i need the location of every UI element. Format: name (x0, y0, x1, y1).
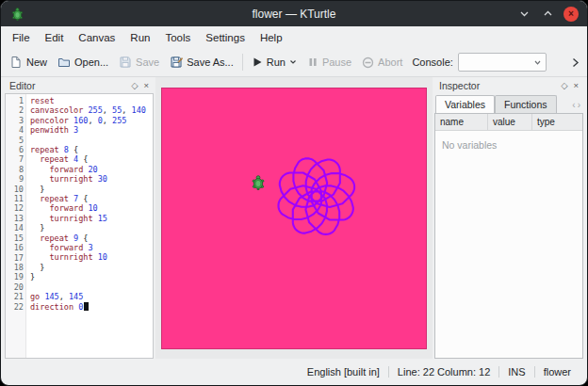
minimize-button[interactable] (516, 7, 531, 22)
maximize-button[interactable] (540, 7, 555, 22)
menu-edit[interactable]: Edit (38, 29, 72, 46)
menu-file[interactable]: File (5, 29, 38, 46)
line-number-gutter: 12345678910111213141516171819202122 (6, 94, 26, 358)
tab-variables[interactable]: Variables (435, 95, 495, 113)
close-button[interactable]: × (564, 7, 579, 22)
code-line[interactable]: penwidth 3 (30, 125, 153, 135)
column-header-value[interactable]: value (488, 114, 532, 130)
save-icon (119, 56, 132, 69)
tab-scroll-right-icon[interactable]: › (578, 100, 580, 110)
toolbar-separator (242, 54, 243, 71)
line-number: 1 (6, 96, 24, 105)
code-editor[interactable]: 12345678910111213141516171819202122 rese… (5, 93, 154, 359)
menu-run[interactable]: Run (122, 29, 157, 46)
run-dropdown-chevron-icon[interactable] (289, 58, 297, 66)
inspector-dock-title: Inspector (439, 80, 480, 91)
abort-button[interactable]: Abort (357, 54, 407, 72)
new-button[interactable]: New (5, 53, 52, 72)
column-header-type[interactable]: type (532, 114, 582, 130)
line-number: 14 (6, 223, 24, 233)
open-folder-icon (57, 56, 71, 69)
code-area[interactable]: resetcanvascolor 255, 55, 140pencolor 16… (26, 94, 153, 358)
turtle-canvas[interactable] (161, 88, 427, 349)
console-combo[interactable] (458, 53, 547, 72)
line-number: 13 (6, 214, 24, 223)
open-button-label: Open... (74, 56, 108, 68)
code-line[interactable]: forward 10 (30, 203, 153, 213)
code-line[interactable]: forward 20 (30, 165, 153, 174)
status-bar: English [built in] Line: 22 Column: 12 I… (1, 359, 587, 385)
text-cursor (84, 302, 89, 311)
line-number: 5 (6, 136, 24, 145)
menu-help[interactable]: Help (253, 29, 290, 46)
column-header-name[interactable]: name (435, 114, 488, 130)
menu-settings[interactable]: Settings (198, 29, 253, 46)
abort-button-label: Abort (378, 56, 402, 68)
inspector-empty-text: No variables (435, 131, 582, 159)
code-line[interactable]: pencolor 160, 0, 255 (30, 116, 153, 125)
code-line[interactable]: } (30, 263, 153, 272)
pause-button-label: Pause (322, 56, 351, 68)
line-number: 16 (6, 243, 24, 252)
editor-dock-titlebar: Editor ◇ × (5, 77, 154, 93)
canvas-viewport (155, 77, 433, 359)
menu-tools[interactable]: Tools (157, 29, 198, 46)
flower-drawing (162, 88, 426, 348)
save-button[interactable]: Save (114, 53, 164, 72)
save-as-button[interactable]: Save As... (165, 53, 238, 72)
menu-canvas[interactable]: Canvas (71, 29, 122, 46)
save-as-button-label: Save As... (187, 56, 234, 68)
inspector-close-icon[interactable]: × (573, 80, 579, 90)
line-number: 15 (6, 233, 24, 243)
line-number: 19 (6, 272, 24, 281)
code-line[interactable] (30, 136, 153, 145)
code-line[interactable]: go 145, 145 (30, 292, 153, 301)
line-number: 18 (6, 263, 24, 272)
line-number: 22 (6, 302, 24, 312)
code-line[interactable]: repeat 4 { (30, 154, 153, 164)
line-number: 21 (6, 292, 24, 301)
inspector-float-icon[interactable]: ◇ (561, 80, 567, 90)
code-line[interactable]: turnright 10 (30, 252, 153, 262)
app-icon (9, 7, 24, 22)
line-number: 4 (6, 125, 24, 135)
code-line[interactable]: } (30, 223, 153, 233)
code-line[interactable]: } (30, 272, 153, 281)
tab-scroll-left-icon[interactable]: ‹ (572, 100, 575, 110)
open-button[interactable]: Open... (53, 53, 113, 72)
inspector-table-header: namevaluetype (435, 114, 582, 131)
line-number: 2 (6, 105, 24, 115)
code-line[interactable]: repeat 9 { (30, 233, 153, 243)
line-number: 20 (6, 282, 24, 292)
code-line[interactable]: forward 3 (30, 243, 153, 252)
code-line[interactable]: repeat 7 { (30, 194, 153, 203)
code-line[interactable]: turnright 15 (30, 214, 153, 223)
window-title: flower — KTurtle (1, 8, 587, 21)
editor-dock-title: Editor (9, 80, 35, 91)
kturtle-window: flower — KTurtle × FileEditCanvasRunTool… (0, 0, 588, 386)
code-line[interactable]: reset (30, 96, 153, 105)
new-button-label: New (26, 56, 47, 68)
code-line[interactable]: } (30, 185, 153, 194)
code-line[interactable]: canvascolor 255, 55, 140 (30, 105, 153, 115)
editor-float-icon[interactable]: ◇ (131, 80, 138, 90)
pause-button[interactable]: Pause (302, 54, 356, 71)
code-line[interactable]: repeat 8 { (30, 145, 153, 154)
toolbar-overflow-button[interactable] (567, 56, 583, 70)
status-insert-mode: INS (498, 366, 533, 378)
new-file-icon (9, 56, 23, 69)
save-as-icon (170, 56, 183, 69)
line-number: 9 (6, 174, 24, 184)
inspector-panel: namevaluetype No variables (434, 113, 583, 359)
line-number: 7 (6, 154, 24, 164)
editor-close-icon[interactable]: × (143, 80, 149, 90)
code-line[interactable] (30, 282, 153, 292)
code-line[interactable]: direction 0 (30, 302, 153, 312)
line-number: 8 (6, 165, 24, 174)
tab-functions[interactable]: Functions (495, 95, 557, 113)
toolbar: New Open... Save Save As... Run (1, 48, 587, 77)
run-button[interactable]: Run (247, 54, 302, 71)
line-number: 3 (6, 116, 24, 125)
turtle-sprite (252, 175, 265, 190)
code-line[interactable]: turnright 30 (30, 174, 153, 184)
